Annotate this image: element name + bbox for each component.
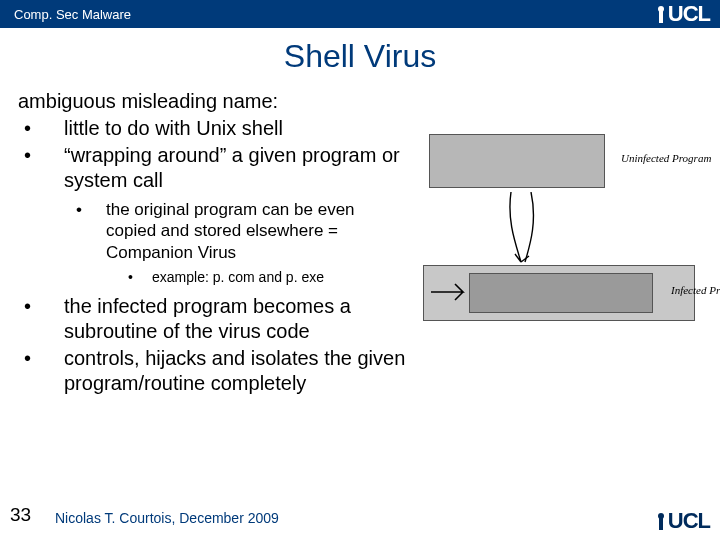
- lead-text: ambiguous misleading name:: [18, 89, 710, 114]
- page-number: 33: [10, 504, 31, 526]
- infected-label: Infected Program: [671, 284, 720, 296]
- ucl-logo-top: UCL: [655, 1, 710, 27]
- ucl-logo-text: UCL: [668, 1, 710, 27]
- infected-inner-box: [469, 273, 653, 313]
- arrow-down-icon: [501, 192, 551, 270]
- ucl-logo-text: UCL: [668, 508, 710, 534]
- bullet-icon: •: [18, 346, 64, 396]
- footer-author: Nicolas T. Courtois, December 2009: [55, 510, 279, 526]
- bullet-icon: •: [128, 269, 152, 287]
- breadcrumb: Comp. Sec Malware: [14, 7, 131, 22]
- bullet-icon: •: [18, 294, 64, 344]
- uninfected-label: Uninfected Program: [621, 152, 711, 164]
- tower-icon: [655, 511, 667, 531]
- bullet-icon: •: [18, 116, 64, 141]
- bullet-icon: •: [18, 143, 64, 193]
- bullet-text: little to do with Unix shell: [64, 116, 414, 141]
- bullet-text: the infected program becomes a subroutin…: [64, 294, 414, 344]
- arrow-right-icon: [429, 276, 473, 310]
- header-bar: Comp. Sec Malware UCL: [0, 0, 720, 28]
- virus-diagram: Uninfected Program Infected Program: [423, 132, 718, 362]
- bullet-text: controls, hijacks and isolates the given…: [64, 346, 414, 396]
- bullet-text: example: p. com and p. exe: [152, 269, 324, 287]
- uninfected-box: [429, 134, 605, 188]
- tower-icon: [655, 4, 667, 24]
- bullet-text: “wrapping around” a given program or sys…: [64, 143, 414, 193]
- page-title: Shell Virus: [0, 38, 720, 75]
- bullet-text: the original program can be even copied …: [106, 199, 406, 263]
- bullet-icon: •: [76, 199, 106, 263]
- ucl-logo-bottom: UCL: [655, 508, 710, 534]
